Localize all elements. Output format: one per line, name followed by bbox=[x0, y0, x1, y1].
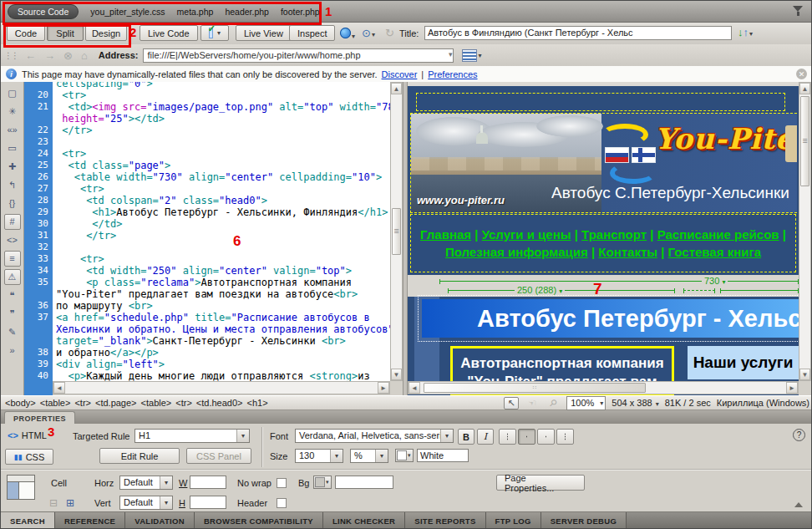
italic-button[interactable]: I bbox=[477, 429, 494, 445]
nav-link[interactable]: Услуги и цены bbox=[482, 227, 571, 242]
align-left-button[interactable] bbox=[499, 429, 516, 445]
css-panel-button[interactable]: CSS Panel bbox=[186, 448, 251, 464]
css-mode-button[interactable]: ▮▮CSS bbox=[5, 449, 53, 465]
design-vertical-scrollbar[interactable]: ▲ ☰ ▼ bbox=[799, 82, 811, 381]
remove-comment-icon[interactable]: ❞ bbox=[4, 306, 21, 322]
bg-color-picker[interactable]: ▾ bbox=[313, 476, 332, 489]
tag-selector-item[interactable]: <body> bbox=[5, 398, 36, 408]
expand-all-icon[interactable]: ✚ bbox=[4, 159, 21, 175]
apply-comment-icon[interactable]: ❝ bbox=[4, 287, 21, 303]
code-line[interactable]: height="25"></td> bbox=[24, 113, 390, 125]
results-tab[interactable]: SERVER DEBUG bbox=[541, 512, 627, 529]
align-center-button[interactable] bbox=[518, 429, 535, 445]
justify-button[interactable] bbox=[556, 429, 574, 445]
close-info-bar-icon[interactable]: ✕ bbox=[796, 69, 807, 79]
code-line[interactable]: 37<a href="schedule.php" title="Расписан… bbox=[24, 312, 390, 323]
results-tab[interactable]: SITE REPORTS bbox=[405, 512, 485, 529]
code-line[interactable]: 40 <p>Каждый день многие люди отправляют… bbox=[24, 370, 390, 381]
format-source-code-icon[interactable]: ✎ bbox=[4, 324, 21, 340]
services-box[interactable]: Наши услуги bbox=[688, 346, 799, 379]
no-wrap-checkbox[interactable] bbox=[277, 478, 287, 488]
page-heading-band[interactable]: Автобус Петербург - Хельсинки bbox=[422, 299, 799, 338]
code-line[interactable]: 27 <tr> bbox=[24, 183, 390, 195]
magnification-select[interactable]: 100%▾ bbox=[566, 396, 606, 410]
vert-select[interactable]: Default▾ bbox=[119, 496, 173, 510]
code-line[interactable]: 25 <td class="page"> bbox=[24, 160, 390, 171]
code-line[interactable]: 38и обратно</a></p> bbox=[24, 347, 390, 359]
code-line[interactable]: cellspacing="0"> bbox=[24, 82, 390, 89]
results-tab[interactable]: VALIDATION bbox=[125, 512, 195, 529]
code-line[interactable]: 39<div align="left"> bbox=[24, 359, 390, 370]
code-line[interactable]: 33 <tr> bbox=[24, 253, 390, 265]
address-input[interactable]: file:///E|/WebServers/home/you-piter/www… bbox=[143, 48, 454, 63]
code-line[interactable]: 34 <td width="250" align="center" valign… bbox=[24, 265, 390, 277]
tag-selector-item[interactable]: <tr> bbox=[175, 398, 192, 408]
results-tab[interactable]: SEARCH bbox=[1, 512, 55, 529]
check-page-icon[interactable]: ⊙▾ bbox=[362, 27, 375, 39]
file-management-icon[interactable]: ↓↑▾ bbox=[738, 26, 753, 38]
bold-button[interactable]: B bbox=[458, 429, 475, 445]
nav-link[interactable]: Транспорт bbox=[581, 227, 647, 242]
balance-braces-icon[interactable]: {} bbox=[4, 196, 21, 211]
code-line[interactable]: Хельсинки и обратно. Цены и места отправ… bbox=[24, 323, 390, 335]
forward-icon[interactable]: → bbox=[44, 49, 55, 62]
live-code-button[interactable]: Live Code bbox=[140, 25, 198, 41]
code-view[interactable]: cellspacing="0">20 <tr>21 <td><img src="… bbox=[24, 82, 390, 381]
nav-link[interactable]: Полезная информация bbox=[445, 245, 588, 259]
font-select[interactable]: Verdana, Arial, Helvetica, sans-serif▾ bbox=[295, 429, 454, 443]
tag-selector-item[interactable]: <table> bbox=[141, 398, 172, 408]
code-line[interactable]: 36по маршруту <br> bbox=[24, 300, 390, 312]
design-view[interactable]: You-Piter Автобус С.Петербург-Хельсинки … bbox=[408, 82, 812, 395]
site-banner[interactable]: You-Piter Автобус С.Петербург-Хельсинки … bbox=[410, 113, 797, 213]
bg-color-input[interactable] bbox=[335, 476, 393, 489]
table-width-label[interactable]: 730 ▾ bbox=[702, 276, 728, 286]
header-checkbox[interactable] bbox=[277, 498, 287, 508]
select-tool-icon[interactable]: ↖ bbox=[504, 397, 519, 409]
window-size-select[interactable]: 504 x 388 ▾ bbox=[612, 398, 658, 408]
align-right-button[interactable] bbox=[537, 429, 555, 445]
collapse-panel-icon[interactable] bbox=[794, 502, 803, 507]
results-tab[interactable]: BROWSER COMPATIBILITY bbox=[195, 512, 323, 529]
code-line[interactable]: 29 <h1>Автобус Петербург - Хельсинки, Фи… bbox=[24, 206, 390, 218]
tag-selector-item[interactable]: <td.page> bbox=[95, 398, 137, 408]
filter-related-files-icon[interactable] bbox=[793, 6, 803, 16]
help-icon[interactable]: ? bbox=[793, 429, 805, 441]
code-line[interactable]: 20 <tr> bbox=[24, 89, 390, 101]
nav-link[interactable]: Контакты bbox=[598, 245, 657, 259]
highlight-invalid-code-icon[interactable]: <> bbox=[4, 232, 21, 248]
live-view-options-icon[interactable] bbox=[462, 49, 477, 62]
syntax-error-alerts-icon[interactable]: ⚠ bbox=[4, 269, 21, 285]
code-line[interactable]: 30 </td> bbox=[24, 218, 390, 230]
tag-selector-item[interactable]: <h1> bbox=[247, 398, 268, 408]
hand-tool-icon[interactable]: ☜ bbox=[525, 397, 540, 409]
nav-link[interactable]: Расписание рейсов bbox=[657, 227, 779, 242]
height-input[interactable] bbox=[190, 496, 226, 509]
text-color-input[interactable]: White bbox=[417, 449, 469, 462]
collapse-full-tag-icon[interactable]: «» bbox=[4, 122, 21, 138]
live-view-button[interactable]: Live View bbox=[236, 25, 292, 41]
code-vertical-scrollbar[interactable]: ▲ ☰ ▼ bbox=[390, 82, 403, 381]
properties-tab[interactable]: PROPERTIES bbox=[4, 411, 75, 425]
word-wrap-icon[interactable]: ≡ bbox=[4, 251, 21, 267]
code-line[interactable]: target="_blank">Санкт-Петербург - Хельси… bbox=[24, 335, 390, 347]
results-tab[interactable]: REFERENCE bbox=[55, 512, 125, 529]
size-unit-select[interactable]: %▾ bbox=[350, 449, 388, 463]
width-input[interactable] bbox=[190, 476, 226, 489]
design-horizontal-scrollbar[interactable]: ◄ ∷ ► bbox=[408, 381, 799, 394]
open-documents-icon[interactable]: ▢ bbox=[4, 85, 21, 101]
line-numbers-icon[interactable]: # bbox=[4, 214, 21, 230]
column-width-label[interactable]: 250 (288) ▾ bbox=[515, 285, 565, 295]
split-cell-icon[interactable]: ⊞ bbox=[66, 497, 74, 509]
inspect-button[interactable]: Inspect bbox=[289, 25, 335, 41]
targeted-rule-select[interactable]: H1▾ bbox=[134, 429, 250, 443]
horz-select[interactable]: Default▾ bbox=[119, 476, 173, 490]
nav-link[interactable]: Гостевая книга bbox=[668, 245, 761, 259]
code-horizontal-scrollbar[interactable]: ◄ ► bbox=[53, 381, 390, 394]
refresh-design-view-icon[interactable]: ↻ bbox=[385, 27, 394, 39]
more-tools-icon[interactable]: » bbox=[4, 343, 21, 359]
back-icon[interactable]: ← bbox=[25, 49, 36, 62]
empty-table-row-outline[interactable] bbox=[416, 93, 785, 111]
stop-icon[interactable]: ⊗ bbox=[63, 49, 73, 62]
results-tab[interactable]: LINK CHECKER bbox=[323, 512, 405, 529]
code-line[interactable]: 23 bbox=[24, 136, 390, 148]
